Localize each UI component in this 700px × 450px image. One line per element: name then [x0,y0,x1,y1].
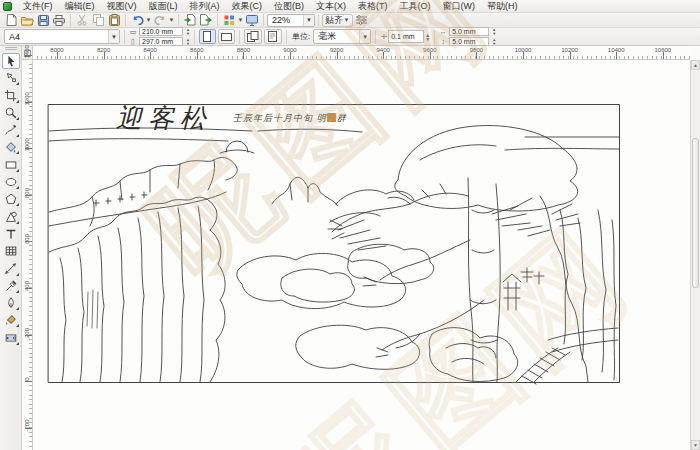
launcher-dropdown-arrow[interactable]: ▼ [237,17,244,23]
duplicate-x-spinner[interactable]: ▲▼ [492,28,496,36]
print-button[interactable] [51,13,67,27]
all-pages-button[interactable] [244,29,262,44]
basic-shapes-tool[interactable] [2,209,20,225]
paper-width-field[interactable]: 210.0 mm [139,27,183,36]
units-combo[interactable]: 毫米 ▼ [313,29,371,44]
text-tool[interactable] [2,226,20,242]
landscape-button[interactable] [218,29,235,44]
menu-item-window[interactable]: 窗口(W) [437,0,482,13]
scroll-down-button[interactable]: ▼ [691,440,700,450]
menu-item-edit[interactable]: 编辑(E) [59,0,101,13]
paper-type-combo[interactable]: A4 ▼ [4,29,120,44]
menu-item-file[interactable]: 文件(F) [17,0,59,13]
rectangle-tool[interactable] [2,157,20,173]
undo-dropdown-arrow[interactable]: ▼ [145,17,152,23]
open-button[interactable] [19,13,35,27]
menu-item-table[interactable]: 表格(T) [352,0,394,13]
horizontal-ruler[interactable]: 8000820084008600880090009200940096009800… [33,46,690,60]
eyedropper-tool[interactable] [2,278,20,294]
nudge-field[interactable]: 0.1 mm [388,30,424,43]
propbar-separator [286,30,287,44]
ellipse-tool[interactable] [2,174,20,190]
portrait-button[interactable] [199,29,216,44]
ruler-major-tick [57,52,58,59]
units-value: 毫米 [318,30,336,43]
duplicate-y-field[interactable]: 5.0 mm [449,37,489,46]
redo-dropdown-arrow[interactable]: ▼ [168,17,175,23]
zoom-tool[interactable] [2,105,20,121]
menu-bar: 文件(F)编辑(E)视图(V)版面(L)排列(A)效果(C)位图(B)文本(X)… [0,0,700,13]
crop-tool[interactable] [2,88,20,104]
toolbar-separator [125,14,126,26]
import-button[interactable] [182,13,198,27]
vertical-scrollbar[interactable]: ▲ ▼ [690,60,700,450]
menu-item-help[interactable]: 帮助(H) [481,0,524,13]
v-ruler-label: 600 [24,234,30,245]
ruler-major-tick [150,52,151,59]
ruler-major-tick [290,52,291,59]
scroll-up-button[interactable]: ▲ [691,60,700,70]
fill-tool[interactable] [2,312,20,328]
toolbar-separator [263,14,264,26]
nudge-spinner[interactable]: ▲▼ [425,33,430,41]
table-tool[interactable] [2,243,20,259]
polygon-tool[interactable] [2,191,20,207]
paper-height-field[interactable]: 297.0 mm [139,37,183,46]
duplicate-x-field[interactable]: 5.0 mm [449,27,489,36]
menu-bar-items: 文件(F)编辑(E)视图(V)版面(L)排列(A)效果(C)位图(B)文本(X)… [17,0,524,13]
current-page-button[interactable] [264,29,282,44]
toolbox-grip[interactable] [5,47,17,51]
ruler-major-tick [25,335,32,336]
duplicate-y-spinner[interactable]: ▲▼ [492,38,496,46]
interactive-fill-tool[interactable] [2,330,20,346]
save-button[interactable] [35,13,51,27]
menu-item-text[interactable]: 文本(X) [310,0,352,13]
ruler-major-tick [570,52,571,59]
paper-type-value: A4 [9,32,20,42]
copy-button[interactable] [90,13,106,27]
paste-button[interactable] [106,13,122,27]
zoom-combo-arrow[interactable]: ▼ [303,15,314,26]
welcome-screen-button[interactable] [244,13,260,27]
nudge-icon: ✛ [380,33,388,41]
undo-button[interactable] [129,13,145,27]
artwork-title-calligraphy: 迎客松 [116,101,212,136]
paper-width-spinner[interactable]: ▲▼ [186,28,190,36]
zoom-level-combo[interactable]: 22% ▼ [267,14,315,27]
ruler-major-tick [383,52,384,59]
freehand-tool[interactable] [2,122,20,138]
snap-dropdown-arrow[interactable]: ▼ [343,17,350,23]
menu-item-bitmaps[interactable]: 位图(B) [268,0,310,13]
scrollbar-thumb[interactable] [692,138,699,288]
dimension-tool[interactable] [2,261,20,277]
options-button[interactable] [353,13,369,27]
menu-item-layout[interactable]: 版面(L) [143,0,184,13]
menu-item-effects[interactable]: 效果(C) [226,0,269,13]
ruler-major-tick [104,52,105,59]
new-document-button[interactable] [3,13,19,27]
vertical-ruler[interactable]: 1400120010008006004002000-200 [22,60,33,450]
paper-height-icon: ▯ [129,38,137,46]
app-icon[interactable] [3,2,12,11]
v-ruler-label: 800 [24,187,30,198]
paper-height-spinner[interactable]: ▲▼ [186,38,190,46]
menu-item-arrange[interactable]: 排列(A) [184,0,226,13]
pick-tool[interactable] [2,53,20,69]
application-launcher-button[interactable] [221,13,237,27]
paper-type-arrow[interactable]: ▼ [108,30,119,43]
toolbar-separator [318,14,319,26]
units-combo-arrow[interactable]: ▼ [359,30,370,43]
menu-item-view[interactable]: 视图(V) [101,0,143,13]
outline-pen-tool[interactable] [2,295,20,311]
ruler-major-tick [663,52,664,59]
redo-button[interactable] [152,13,168,27]
toolbar-separator [217,14,218,26]
menu-item-tools[interactable]: 工具(O) [394,0,437,13]
smart-fill-tool[interactable] [2,139,20,155]
export-button[interactable] [198,13,214,27]
v-ruler-label: -200 [24,420,30,431]
snap-to-button[interactable]: 贴齐 ▼ [322,14,353,27]
cut-button[interactable] [74,13,90,27]
duplicate-y-icon: ↕ [439,38,447,45]
shape-tool[interactable] [2,70,20,86]
